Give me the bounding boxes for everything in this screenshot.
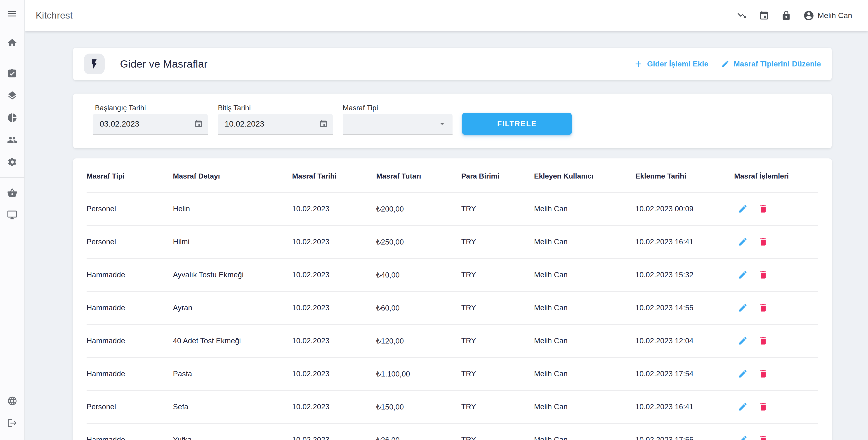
edit-row-button[interactable] <box>738 369 748 379</box>
pie-chart-icon <box>7 113 18 123</box>
table-row: PersonelHilmi10.02.2023₺250,00TRYMelih C… <box>87 225 818 258</box>
sidebar-item-pie-chart[interactable] <box>0 107 24 129</box>
column-header: Masraf Detayı <box>173 158 292 192</box>
sidebar-divider <box>0 177 24 178</box>
delete-row-button[interactable] <box>758 435 768 440</box>
app-title: Kitchrest <box>36 10 73 21</box>
table-header-row: Masraf TipiMasraf DetayıMasraf TarihiMas… <box>87 158 818 192</box>
calendar-button[interactable] <box>759 10 769 21</box>
lock-button[interactable] <box>781 10 792 21</box>
table-cell-actions <box>734 390 818 423</box>
table-cell-actions <box>734 423 818 440</box>
table-cell: 10.02.2023 00:09 <box>636 192 734 225</box>
table-cell: Melih Can <box>534 258 636 291</box>
table-row: HammaddeYufka10.02.2023₺26,00TRYMelih Ca… <box>87 423 818 440</box>
main-content: Gider ve Masraflar Gider İşlemi Ekle Mas… <box>25 31 868 440</box>
sidebar-item-globe[interactable] <box>0 390 24 412</box>
start-date-input[interactable] <box>93 119 208 128</box>
table-cell: 10.02.2023 <box>292 324 376 357</box>
delete-row-button[interactable] <box>758 369 768 379</box>
expense-type-select[interactable] <box>343 114 453 134</box>
calendar-icon[interactable] <box>194 120 203 128</box>
delete-row-button[interactable] <box>758 204 768 214</box>
edit-icon <box>738 402 748 412</box>
basket-icon <box>7 188 18 198</box>
delete-row-button[interactable] <box>758 303 768 313</box>
sidebar-item-layers[interactable] <box>0 85 24 107</box>
trending-down-button[interactable] <box>737 10 747 21</box>
end-date-input[interactable] <box>218 119 333 128</box>
delete-icon <box>758 270 768 280</box>
table-cell: TRY <box>461 423 534 440</box>
edit-row-button[interactable] <box>738 402 748 412</box>
table-cell: Melih Can <box>534 390 636 423</box>
delete-row-button[interactable] <box>758 336 768 346</box>
table-cell: TRY <box>461 357 534 390</box>
sidebar-item-logout[interactable] <box>0 412 24 434</box>
table-cell-actions <box>734 357 818 390</box>
edit-row-button[interactable] <box>738 270 748 280</box>
table-cell: 10.02.2023 12:04 <box>636 324 734 357</box>
edit-row-button[interactable] <box>738 237 748 247</box>
column-header: Masraf Tarihi <box>292 158 376 192</box>
table-cell: Sefa <box>173 390 292 423</box>
table-cell: Pasta <box>173 357 292 390</box>
delete-row-button[interactable] <box>758 402 768 412</box>
edit-icon <box>721 60 730 68</box>
sidebar-item-settings[interactable] <box>0 151 24 173</box>
calendar-icon[interactable] <box>319 120 328 128</box>
lock-icon <box>781 10 792 21</box>
table-cell: 10.02.2023 <box>292 225 376 258</box>
end-date-field <box>218 114 333 134</box>
table-cell-actions <box>734 258 818 291</box>
sidebar-item-home[interactable] <box>0 32 24 54</box>
add-expense-button[interactable]: Gider İşlemi Ekle <box>633 59 708 69</box>
table-cell: ₺26,00 <box>376 423 461 440</box>
flash-icon <box>89 58 100 70</box>
page-header-card: Gider ve Masraflar Gider İşlemi Ekle Mas… <box>73 48 832 80</box>
table-cell: 10.02.2023 <box>292 357 376 390</box>
table-row: HammaddePasta10.02.2023₺1.100,00TRYMelih… <box>87 357 818 390</box>
monitor-icon <box>7 210 18 220</box>
delete-row-button[interactable] <box>758 237 768 247</box>
table-row: PersonelSefa10.02.2023₺150,00TRYMelih Ca… <box>87 390 818 423</box>
start-date-label: Başlangıç Tarihi <box>95 104 146 112</box>
table-cell: Hammadde <box>87 357 173 390</box>
table-row: HammaddeAyran10.02.2023₺60,00TRYMelih Ca… <box>87 291 818 324</box>
delete-icon <box>758 303 768 313</box>
column-header: Eklenme Tarihi <box>636 158 734 192</box>
column-header: Ekleyen Kullanıcı <box>534 158 636 192</box>
edit-row-button[interactable] <box>738 204 748 214</box>
table-row: Hammadde40 Adet Tost Ekmeği10.02.2023₺12… <box>87 324 818 357</box>
table-cell: Ayran <box>173 291 292 324</box>
table-cell: ₺40,00 <box>376 258 461 291</box>
sidebar-item-assignment-check[interactable] <box>0 62 24 85</box>
sidebar-item-monitor[interactable] <box>0 204 24 226</box>
sidebar <box>0 0 25 440</box>
expense-type-value <box>343 119 453 128</box>
user-name: Melih Can <box>817 11 852 20</box>
edit-expense-types-button[interactable]: Masraf Tiplerini Düzenle <box>721 60 821 68</box>
sidebar-item-people[interactable] <box>0 129 24 151</box>
topbar: Kitchrest Melih Can <box>25 0 868 31</box>
sidebar-item-basket[interactable] <box>0 182 24 204</box>
column-header: Para Birimi <box>461 158 534 192</box>
edit-row-button[interactable] <box>738 435 748 440</box>
table-cell: Hammadde <box>87 258 173 291</box>
menu-button[interactable] <box>7 8 18 19</box>
caret-down-icon <box>438 119 447 128</box>
settings-icon <box>7 157 18 167</box>
column-header: Masraf İşlemleri <box>734 158 818 192</box>
table-cell-actions <box>734 324 818 357</box>
add-expense-label: Gider İşlemi Ekle <box>647 60 708 68</box>
delete-icon <box>758 402 768 412</box>
edit-row-button[interactable] <box>738 303 748 313</box>
edit-icon <box>738 270 748 280</box>
delete-row-button[interactable] <box>758 270 768 280</box>
user-menu[interactable]: Melih Can <box>803 10 852 21</box>
edit-row-button[interactable] <box>738 336 748 346</box>
table-cell: Melih Can <box>534 324 636 357</box>
table-cell: 10.02.2023 <box>292 390 376 423</box>
filter-button[interactable]: FILTRELE <box>462 113 572 135</box>
people-icon <box>7 135 18 145</box>
